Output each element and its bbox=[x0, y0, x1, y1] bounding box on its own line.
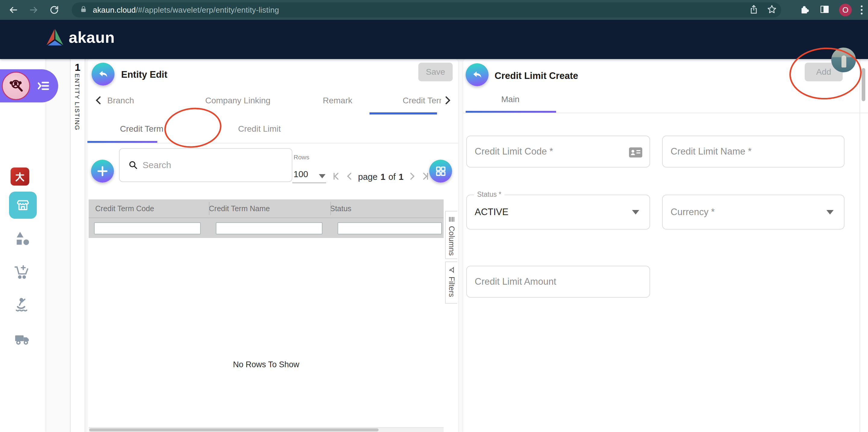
workspace-tab-label: ENTITY LISTING bbox=[73, 73, 81, 131]
subtab-divider bbox=[87, 143, 458, 143]
table-header-row: Credit Term Code Credit Term Name Status bbox=[89, 199, 444, 218]
filter-input-credit-term-name[interactable] bbox=[216, 222, 322, 234]
add-row-button[interactable] bbox=[91, 160, 114, 182]
tab-remark[interactable]: Remark bbox=[323, 96, 352, 105]
lock-icon bbox=[80, 5, 87, 15]
filter-funnel-icon bbox=[448, 266, 455, 273]
current-page: 1 bbox=[381, 172, 385, 182]
column-header-status[interactable]: Status bbox=[330, 204, 351, 213]
credit-limit-amount-input[interactable] bbox=[467, 266, 650, 297]
column-header-credit-term-name[interactable]: Credit Term Name bbox=[209, 204, 330, 213]
tab-credit-term-active[interactable]: Credit Term c bbox=[403, 96, 441, 105]
credit-limit-create-panel: Credit Limit Create Add Main Status * AC… bbox=[463, 59, 868, 432]
total-pages: 1 bbox=[399, 172, 404, 182]
pagination: page 1 of 1 bbox=[332, 171, 430, 182]
rows-label: Rows bbox=[293, 154, 310, 161]
browser-back-icon[interactable] bbox=[7, 3, 20, 16]
tab-main[interactable]: Main bbox=[501, 95, 520, 104]
credit-limit-back-button[interactable] bbox=[466, 63, 489, 86]
side-panel-icon[interactable] bbox=[819, 4, 830, 16]
browser-forward-icon[interactable] bbox=[27, 3, 40, 16]
currency-select-field[interactable]: Currency * bbox=[662, 195, 844, 230]
akaun-logo[interactable]: akaun bbox=[45, 28, 115, 46]
filters-side-tab[interactable]: Filters bbox=[445, 262, 457, 304]
app-navbar: akaun bbox=[0, 20, 868, 59]
currency-placeholder: Currency * bbox=[671, 207, 715, 218]
column-header-credit-term-code[interactable]: Credit Term Code bbox=[95, 204, 209, 213]
next-page-icon[interactable] bbox=[407, 171, 417, 182]
contact-card-icon[interactable] bbox=[629, 147, 642, 159]
menu-open-icon[interactable] bbox=[37, 80, 50, 93]
columns-icon bbox=[448, 216, 455, 223]
url-bar[interactable]: akaun.cloud/#/applets/wavelet/erp/entity… bbox=[72, 2, 781, 18]
extensions-puzzle-icon[interactable] bbox=[799, 4, 810, 16]
filters-tab-label: Filters bbox=[447, 276, 456, 297]
tab-branch[interactable]: Branch bbox=[107, 96, 134, 105]
entity-applet-icon[interactable] bbox=[2, 72, 30, 100]
browser-profile-badge[interactable]: O bbox=[839, 4, 852, 16]
credit-limit-code-input[interactable] bbox=[467, 136, 650, 167]
active-tab-underline bbox=[370, 112, 437, 114]
entity-edit-back-button[interactable] bbox=[92, 63, 115, 86]
prev-page-icon[interactable] bbox=[345, 171, 355, 182]
status-select-field[interactable]: Status * ACTIVE bbox=[466, 195, 650, 230]
credit-limit-name-input[interactable] bbox=[663, 136, 844, 167]
main-tab-divider bbox=[463, 113, 868, 113]
sidebar-item-storefront[interactable] bbox=[9, 192, 37, 219]
sidebar-item-shapes[interactable] bbox=[14, 230, 30, 246]
filter-input-credit-term-code[interactable] bbox=[94, 222, 201, 234]
sidebar-item-kitesurf[interactable] bbox=[14, 297, 30, 313]
credit-limit-amount-field[interactable] bbox=[466, 266, 650, 298]
credit-limit-code-field[interactable] bbox=[466, 136, 650, 167]
status-label: Status * bbox=[474, 190, 504, 199]
sidebar-item-entity-active[interactable] bbox=[0, 69, 58, 102]
tab-company-linking[interactable]: Company Linking bbox=[205, 96, 270, 105]
hscroll-thumb[interactable] bbox=[89, 428, 378, 431]
browser-reload-icon[interactable] bbox=[48, 3, 61, 16]
currency-dropdown-caret-icon[interactable] bbox=[827, 210, 834, 214]
tabs-scroll-right-icon[interactable] bbox=[442, 95, 453, 106]
table-filter-row bbox=[89, 218, 444, 238]
sidebar-item-truck[interactable] bbox=[14, 330, 31, 347]
grid-view-button[interactable] bbox=[429, 160, 452, 182]
sidebar-item-da-applet[interactable] bbox=[10, 167, 29, 186]
status-dropdown-caret-icon[interactable] bbox=[632, 210, 639, 214]
rows-select-underline bbox=[292, 182, 326, 183]
grid-icon bbox=[435, 165, 447, 177]
search-field[interactable] bbox=[119, 148, 292, 182]
bookmark-star-icon[interactable] bbox=[767, 4, 777, 16]
workspace-tab-entity-listing[interactable]: 1 ENTITY LISTING bbox=[70, 59, 85, 432]
panel-scrollbar-thumb[interactable] bbox=[862, 68, 865, 101]
columns-tab-label: Columns bbox=[447, 226, 456, 256]
of-label: of bbox=[389, 172, 396, 182]
tabs-scroll-left-icon[interactable] bbox=[93, 95, 104, 106]
table-body: No Rows To Show bbox=[89, 238, 444, 428]
filter-input-status[interactable] bbox=[338, 222, 442, 234]
search-input[interactable] bbox=[143, 160, 269, 170]
subtab-credit-limit[interactable]: Credit Limit bbox=[238, 124, 281, 134]
rows-dropdown-caret-icon[interactable] bbox=[319, 174, 326, 178]
rows-per-page-value[interactable]: 100 bbox=[293, 169, 308, 179]
entity-edit-title: Entity Edit bbox=[121, 69, 167, 80]
subtab-credit-term[interactable]: Credit Term bbox=[120, 124, 163, 134]
share-icon[interactable] bbox=[749, 4, 759, 16]
akaun-triangle-icon bbox=[45, 29, 64, 46]
credit-limit-name-field[interactable] bbox=[662, 136, 844, 167]
browser-menu-icon[interactable] bbox=[861, 5, 863, 14]
table-horizontal-scrollbar[interactable] bbox=[89, 428, 444, 432]
panel-scrollbar-track bbox=[860, 59, 860, 432]
brand-name: akaun bbox=[69, 28, 115, 46]
url-text: akaun.cloud/#/applets/wavelet/erp/entity… bbox=[93, 5, 279, 15]
browser-chrome: akaun.cloud/#/applets/wavelet/erp/entity… bbox=[0, 0, 868, 20]
app-sidebar bbox=[0, 59, 45, 432]
sidebar-item-cart-add[interactable] bbox=[14, 264, 30, 280]
first-page-icon[interactable] bbox=[332, 171, 342, 182]
status-value: ACTIVE bbox=[475, 207, 508, 218]
columns-side-tab[interactable]: Columns bbox=[445, 211, 457, 259]
last-page-icon[interactable] bbox=[420, 171, 430, 182]
screen: akaun.cloud/#/applets/wavelet/erp/entity… bbox=[0, 0, 868, 432]
save-button[interactable]: Save bbox=[418, 63, 453, 81]
search-icon bbox=[128, 160, 138, 170]
workspace-tab-index: 1 bbox=[75, 62, 81, 73]
main-tab-strip: Branch Company Linking Remark Credit Ter… bbox=[104, 93, 441, 110]
